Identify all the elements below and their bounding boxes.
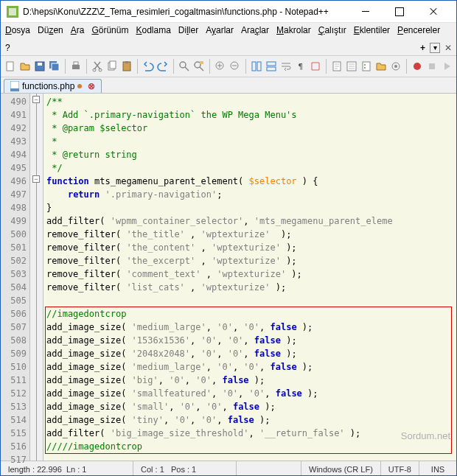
file-icon [10,81,19,91]
svg-point-31 [414,63,421,70]
line-numbers: 490 491 492 493 494 495 496 497 498 499 … [1,94,30,461]
menu-calistir[interactable]: Çalıştır [318,25,346,35]
svg-rect-2 [7,62,13,71]
svg-rect-23 [267,67,276,71]
menu-ara[interactable]: Ara [71,25,85,35]
menu-plus[interactable]: + [420,43,425,53]
zoom-in-button[interactable] [214,58,227,74]
status-eol[interactable]: Windows (CR LF) [301,461,381,476]
menu-araclar[interactable]: Araçlar [241,25,269,35]
close-button[interactable] [416,1,450,23]
menu-x[interactable]: ✕ [444,43,452,53]
status-col: Col : 1 Pos : 1 [133,461,237,476]
menu-dosya[interactable]: Dosya [5,25,30,35]
tab-modified-icon [77,84,82,88]
save-button[interactable] [33,58,46,74]
redo-button[interactable] [156,58,170,74]
editor-area[interactable]: 490 491 492 493 494 495 496 497 498 499 … [1,94,456,461]
doc-map-button[interactable] [330,58,343,74]
open-file-button[interactable] [18,58,32,74]
save-all-button[interactable] [48,58,61,74]
code-area[interactable]: /** * Add `.primary-navigation` the WP M… [43,94,456,461]
maximize-button[interactable] [383,1,416,23]
menu-duzen[interactable]: Düzen [38,25,63,35]
show-chars-button[interactable]: ¶ [294,58,307,74]
svg-rect-6 [52,63,59,71]
svg-rect-32 [429,63,435,69]
svg-rect-20 [252,62,256,71]
svg-rect-22 [267,62,276,66]
status-bar: length : 22.996 Ln : 1 Col : 1 Pos : 1 W… [1,461,456,476]
svg-rect-34 [10,88,19,91]
svg-rect-12 [110,61,116,69]
fold-box-496[interactable]: − [32,175,40,183]
menu-eklentiler[interactable]: Eklentiler [354,25,390,35]
undo-button[interactable] [142,58,155,74]
tab-functions[interactable]: functions.php ⊗ [4,79,102,93]
paste-button[interactable] [120,58,133,74]
svg-rect-26 [363,62,370,71]
status-encoding[interactable]: UTF-8 [381,461,419,476]
menu-pencereler[interactable]: Pencereler [397,25,440,35]
function-list-button[interactable] [360,58,373,74]
app-icon [7,6,18,18]
copy-button[interactable] [105,58,119,74]
new-file-button[interactable] [4,58,17,74]
fold-box-490[interactable]: − [32,96,40,103]
svg-point-27 [364,64,366,66]
svg-point-30 [394,65,397,68]
play-macro-button[interactable] [440,58,453,74]
stop-macro-button[interactable] [425,58,439,74]
zoom-out-button[interactable] [228,58,242,74]
toolbar: ¶ [1,56,456,77]
tab-bar: functions.php ⊗ [1,77,456,94]
wrap-button[interactable] [279,58,293,74]
print-button[interactable] [69,58,83,74]
monitor-button[interactable] [389,58,402,74]
indent-guide-button[interactable] [309,58,322,74]
minimize-button[interactable] [349,1,383,23]
menu-help[interactable]: ? [5,43,10,53]
highlight-box [45,307,452,454]
menu-ayarlar[interactable]: Ayarlar [206,25,234,35]
svg-rect-8 [74,62,78,65]
menu-diller[interactable]: Diller [178,25,198,35]
svg-point-15 [180,62,186,68]
window-title: D:\hepsi\Konu\ZZZ\Z_Tema_resimleri_cogal… [23,7,349,17]
svg-rect-14 [125,61,128,63]
tab-close-icon[interactable]: ⊗ [88,81,95,91]
find-button[interactable] [178,58,191,74]
cut-button[interactable] [91,58,104,74]
sync-h-button[interactable] [265,58,278,74]
status-spacer [237,461,301,476]
svg-rect-1 [9,8,16,15]
replace-button[interactable] [192,58,206,74]
svg-point-16 [195,62,200,68]
svg-rect-7 [72,65,80,69]
menu-makrolar[interactable]: Makrolar [276,25,311,35]
status-mode[interactable]: INS [419,461,456,476]
menu-bar: Dosya Düzen Ara Görünüm Kodlama Diller A… [1,23,456,56]
watermark: Sordum.net [401,430,450,441]
svg-rect-4 [38,63,42,66]
menu-dropdown[interactable]: ▾ [430,43,440,53]
doc-list-button[interactable] [345,58,358,74]
svg-rect-17 [200,61,203,64]
tab-label: functions.php [22,81,74,91]
svg-point-28 [364,67,366,69]
record-macro-button[interactable] [411,58,424,74]
fold-column[interactable]: − − [30,94,43,461]
menu-kodlama[interactable]: Kodlama [136,25,170,35]
sync-v-button[interactable] [250,58,263,74]
title-bar: D:\hepsi\Konu\ZZZ\Z_Tema_resimleri_cogal… [1,1,456,23]
folder-panel-button[interactable] [374,58,388,74]
svg-rect-21 [257,62,261,71]
menu-gorunum[interactable]: Görünüm [91,25,128,35]
